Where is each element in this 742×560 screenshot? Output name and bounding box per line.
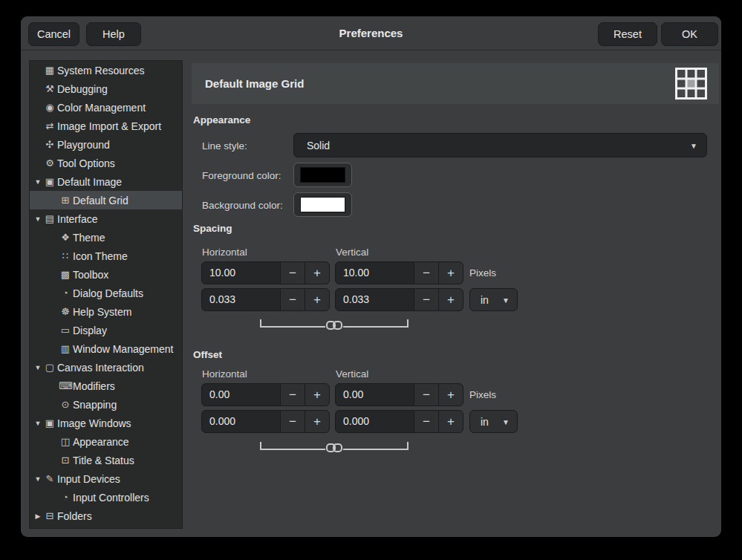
offset-horizontal-pixels-input[interactable]: 0.00 [201,383,281,406]
sidebar-item-label: Help System [73,306,131,318]
background-color-button[interactable] [293,192,352,217]
sidebar-item-folders[interactable]: ▶⊟Folders [30,507,182,525]
offset-horizontal-pixels-increment-button[interactable]: + [305,383,330,406]
offset-vertical-pixels-decrement-button[interactable]: − [414,383,439,406]
spacing-horizontal-label: Horizontal [202,247,247,258]
input-devices-icon: ✎ [43,473,56,484]
offset-horizontal-units-increment-button[interactable]: + [305,410,330,433]
preferences-dialog: Preferences Cancel Help Reset OK ▦System… [21,16,721,537]
offset-vertical-units-input[interactable]: 0.000 [335,410,414,433]
offset-horizontal-units-input[interactable]: 0.000 [201,410,281,433]
sidebar-item-label: Modifiers [73,380,115,392]
spacing-vertical-pixels-increment-button[interactable]: + [438,261,463,284]
sidebar-item-image-windows[interactable]: ▼▣Image Windows [30,414,182,432]
offset-horizontal-label: Horizontal [202,368,247,380]
color-management-icon: ◉ [43,102,56,113]
background-color-swatch [300,197,345,212]
spacing-horizontal-units-input[interactable]: 0.033 [201,288,281,311]
offset-vertical-units-increment-button[interactable]: + [438,410,463,433]
sidebar-item-input-controllers[interactable]: ◔Input Controllers [30,488,182,507]
folders-icon: ⊟ [43,510,56,521]
spacing-vertical-pixels-decrement-button[interactable]: − [414,261,439,284]
ok-button[interactable]: OK [661,22,718,46]
spacing-horizontal-pixels-increment-button[interactable]: + [305,261,330,284]
cancel-button[interactable]: Cancel [28,22,79,46]
sidebar-item-tool-options[interactable]: ⚙Tool Options [30,154,182,172]
spacing-chain-link-toggle[interactable] [258,316,410,333]
sidebar-item-display[interactable]: ▭Display [30,321,182,339]
spacing-vertical-units-increment-button[interactable]: + [438,288,463,311]
spacing-vertical-label: Vertical [336,247,368,258]
grid-icon [674,66,709,101]
sidebar-item-title-status[interactable]: ⊡Title & Status [30,451,182,469]
sidebar-item-label: Folders [57,510,92,522]
reset-button[interactable]: Reset [598,22,657,46]
offset-unit-select[interactable]: in ▼ [469,410,518,433]
image-windows-icon: ▣ [43,417,56,429]
spacing-vertical-units-input[interactable]: 0.033 [335,288,414,311]
expander-expanded-icon[interactable]: ▼ [33,475,43,483]
sidebar-item-window-management[interactable]: ▥Window Management [30,339,182,358]
sidebar-item-theme[interactable]: ❖Theme [30,228,182,247]
expander-expanded-icon[interactable]: ▼ [33,364,43,371]
sidebar-item-canvas-interaction[interactable]: ▼▢Canvas Interaction [30,358,182,377]
sidebar-item-icon-theme[interactable]: ∷Icon Theme [30,247,182,265]
chevron-down-icon: ▼ [502,289,510,312]
foreground-color-button[interactable] [293,163,352,187]
spacing-vertical-pixels-input[interactable]: 10.00 [335,261,414,284]
spacing-horizontal-pixels-input[interactable]: 10.00 [201,261,281,284]
spacing-vertical-units-decrement-button[interactable]: − [414,288,439,311]
expander-expanded-icon[interactable]: ▼ [33,215,43,223]
offset-horizontal-pixels-decrement-button[interactable]: − [280,383,305,406]
sidebar-item-image-import-export[interactable]: ⇄Image Import & Export [30,117,182,135]
window-management-icon: ▥ [59,343,72,354]
sidebar-item-color-management[interactable]: ◉Color Management [30,98,182,117]
sidebar-item-label: Input Controllers [73,492,149,504]
sidebar-item-dialog-defaults[interactable]: ◔Dialog Defaults [30,284,182,302]
sidebar-item-system-resources[interactable]: ▦System Resources [30,61,182,79]
line-style-select[interactable]: Solid ▼ [293,133,707,157]
offset-horizontal-units-decrement-button[interactable]: − [280,410,305,433]
expander-expanded-icon[interactable]: ▼ [33,420,43,427]
sidebar-item-label: Default Grid [73,195,128,206]
appearance-heading: Appearance [193,114,250,126]
title-status-icon: ⊡ [59,455,72,466]
spacing-heading: Spacing [193,223,232,234]
spacing-horizontal-pixels-decrement-button[interactable]: − [280,261,305,284]
sidebar-item-label: Playground [57,139,110,151]
sidebar-item-playground[interactable]: ✣Playground [30,135,182,154]
offset-vertical-pixels-input[interactable]: 0.00 [335,383,414,406]
offset-vertical-pixels-increment-button[interactable]: + [438,383,463,406]
titlebar[interactable]: Preferences Cancel Help Reset OK [21,16,721,51]
sidebar-item-debugging[interactable]: ⚒Debugging [30,79,182,98]
sidebar-item-default-grid[interactable]: ⊞Default Grid [30,191,182,209]
sidebar-item-toolbox[interactable]: ▩Toolbox [30,265,182,284]
sidebar-item-interface[interactable]: ▼▤Interface [30,209,182,228]
sidebar-item-label: Title & Status [73,455,134,466]
offset-vertical-units-decrement-button[interactable]: − [414,410,439,433]
sidebar-item-default-image[interactable]: ▼▣Default Image [30,172,182,191]
help-button[interactable]: Help [86,22,141,46]
offset-vertical-label: Vertical [336,368,368,380]
tool-options-icon: ⚙ [43,157,56,169]
sidebar-item-label: Canvas Interaction [57,362,144,374]
display-icon: ▭ [59,325,72,336]
image-import-export-icon: ⇄ [43,120,56,131]
default-image-icon: ▣ [43,176,56,187]
toolbox-icon: ▩ [59,269,72,280]
spacing-horizontal-units-decrement-button[interactable]: − [280,288,305,311]
sidebar-item-label: Window Management [73,343,173,355]
spacing-pixels-label: Pixels [469,261,496,284]
expander-collapsed-icon[interactable]: ▶ [33,512,43,520]
sidebar-item-snapping[interactable]: ⊙Snapping [30,395,182,414]
offset-chain-link-toggle[interactable] [258,439,410,455]
sidebar-item-input-devices[interactable]: ▼✎Input Devices [30,469,182,488]
sidebar-item-modifiers[interactable]: ⌨Modifiers [30,377,182,395]
system-resources-icon: ▦ [43,65,56,76]
sidebar-item-appearance[interactable]: ◫Appearance [30,432,182,451]
spacing-horizontal-units-increment-button[interactable]: + [305,288,330,311]
spacing-unit-value: in [481,289,489,312]
expander-expanded-icon[interactable]: ▼ [33,178,43,186]
sidebar-item-help-system[interactable]: ☸Help System [30,302,182,321]
spacing-unit-select[interactable]: in ▼ [469,288,518,311]
